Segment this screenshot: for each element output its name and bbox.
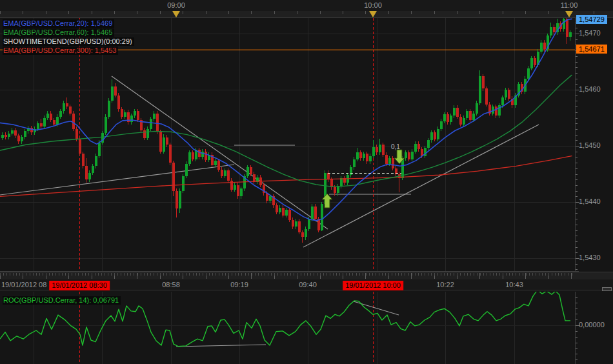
- top-time-ruler[interactable]: [0, 11, 613, 18]
- candle-up: [182, 176, 185, 191]
- candle-down: [143, 130, 146, 138]
- top-hour-axis: [0, 0, 613, 11]
- candle-down: [192, 152, 194, 159]
- candle-down: [53, 120, 55, 125]
- candle-down: [253, 174, 256, 182]
- candle-up: [340, 178, 343, 186]
- candle-up: [308, 219, 310, 229]
- candle-up: [224, 170, 226, 176]
- candle-up: [234, 185, 236, 190]
- time-ruler-minor-ticks: [0, 273, 575, 276]
- candle-down: [314, 207, 317, 219]
- session-time-label: 19/01/2012 08:30: [49, 281, 110, 290]
- roc-legend: ROC(GBP/USD.Cerrar, 14): 0,06791: [3, 296, 121, 305]
- candle-up: [414, 144, 417, 152]
- candle-down: [166, 137, 168, 145]
- price-axis-label: 1,5440: [579, 197, 601, 205]
- candle-up: [179, 191, 181, 209]
- hour-marker-icon: [172, 11, 180, 17]
- candle-up: [472, 114, 475, 120]
- candle-up: [8, 134, 10, 137]
- candle-down: [5, 135, 7, 137]
- candle-up: [563, 19, 565, 29]
- candle-up: [311, 207, 314, 219]
- candle-up: [1, 135, 4, 138]
- main-price-chart[interactable]: 0,1: [0, 18, 613, 272]
- candle-up: [353, 159, 356, 167]
- candle-down: [72, 114, 75, 129]
- annotation: 0,1: [391, 143, 400, 150]
- candle-up: [11, 130, 14, 134]
- candle-up: [356, 152, 359, 159]
- candle-up: [269, 196, 272, 201]
- candle-down: [172, 163, 175, 191]
- candle-up: [363, 154, 365, 158]
- candle-down: [117, 96, 120, 110]
- candle-down: [482, 76, 485, 88]
- hour-label: 09:00: [162, 1, 190, 10]
- time-axis-label: 08:58: [162, 281, 180, 289]
- legend-showtimetoend: SHOWTIMETOEND(GBP/USD)(0:00:29): [3, 37, 134, 46]
- candle-down: [485, 88, 488, 104]
- last-price-label: 1,54729: [576, 15, 607, 24]
- legend-ema60: EMA(GBP/USD.Cerrar,60): 1,5465: [3, 28, 114, 37]
- candle-up: [188, 152, 191, 163]
- roc-zero-label: 0,00000: [579, 321, 605, 329]
- hour-label: 10:00: [359, 1, 387, 10]
- candle-down: [40, 123, 43, 126]
- candle-down: [456, 108, 459, 117]
- candle-up: [505, 90, 507, 97]
- candle-up: [59, 111, 62, 117]
- candle-down: [382, 145, 385, 155]
- candle-up: [24, 131, 26, 137]
- candle-down: [217, 161, 220, 169]
- candle-up: [492, 106, 494, 113]
- candle-down: [408, 152, 410, 159]
- trading-chart-window: 0,1 EMA(GBP/USD.Cerrar,20): 1,5469 EMA(G…: [0, 0, 613, 364]
- candle-down: [14, 130, 17, 136]
- candle-up: [443, 114, 446, 121]
- candle-up: [56, 117, 59, 125]
- candle-down: [198, 150, 201, 157]
- candle-down: [114, 86, 117, 96]
- candle-up: [388, 158, 391, 164]
- time-axis-label: 09:40: [299, 281, 317, 289]
- time-axis-ruler[interactable]: [0, 272, 613, 279]
- candle-up: [279, 208, 281, 212]
- candle-up: [108, 101, 110, 117]
- main-legend: EMA(GBP/USD.Cerrar,20): 1,5469 EMA(GBP/U…: [3, 19, 134, 56]
- candle-up: [476, 103, 478, 114]
- candle-up: [246, 167, 249, 176]
- candle-up: [530, 58, 533, 68]
- panel-splitter-handle[interactable]: [602, 287, 612, 291]
- candle-down: [75, 129, 78, 139]
- candle-down: [385, 155, 388, 164]
- top-ruler-ticks: [0, 11, 613, 14]
- annotation-text: 0,1: [391, 143, 400, 150]
- candle-down: [237, 185, 239, 196]
- candle-down: [266, 193, 268, 201]
- time-axis-label: 10:43: [505, 281, 523, 289]
- candle-down: [169, 145, 172, 163]
- candle-down: [82, 154, 85, 166]
- alert-price-label: 1,54671: [576, 45, 607, 54]
- candle-down: [85, 166, 88, 179]
- candle-up: [437, 129, 439, 139]
- candle-up: [501, 97, 504, 105]
- candle-down: [421, 149, 423, 156]
- candle-down: [121, 109, 123, 116]
- candle-down: [376, 147, 378, 153]
- candle-up: [466, 111, 468, 117]
- candle-up: [411, 152, 414, 159]
- candle-down: [469, 111, 472, 120]
- session-time-label: 19/01/2012 10:00: [343, 281, 403, 290]
- candle-up: [124, 112, 126, 117]
- price-axis-label: 1,5470: [579, 29, 601, 37]
- hour-marker-icon: [369, 11, 377, 17]
- candle-down: [566, 19, 568, 37]
- candle-up: [372, 147, 375, 156]
- candle-down: [292, 220, 294, 227]
- candle-down: [137, 111, 139, 120]
- candle-down: [69, 106, 72, 113]
- candle-up: [92, 166, 94, 172]
